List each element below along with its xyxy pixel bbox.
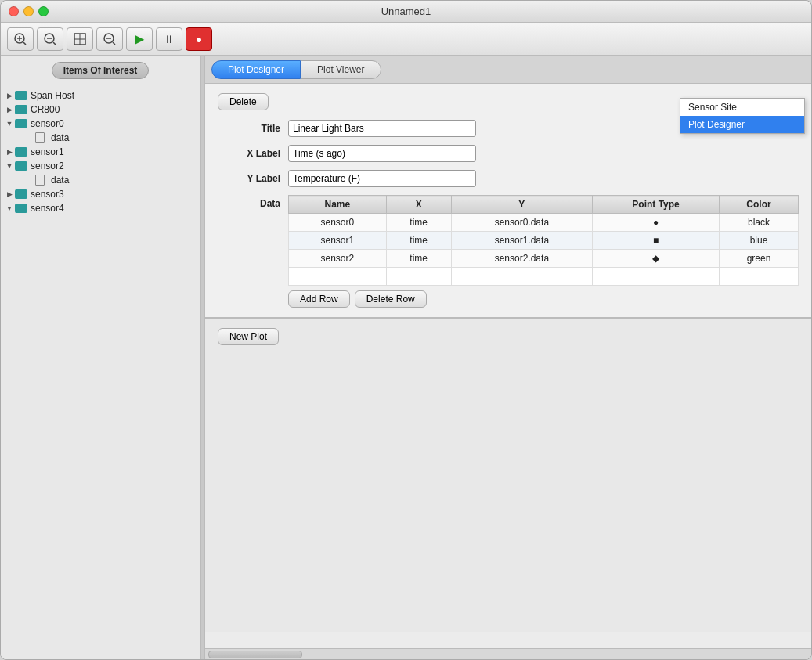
items-of-interest-header: Items Of Interest <box>52 62 150 79</box>
new-plot-button[interactable]: New Plot <box>218 328 279 345</box>
data-table: Name X Y Point Type Color se <box>288 195 799 286</box>
tree-area[interactable]: ▶ Span Host ▶ CR800 ▼ sensor0 <box>1 85 200 659</box>
col-x: X <box>386 196 451 214</box>
window-title: Unnamed1 <box>381 5 431 17</box>
data-section: Data Name X Y Point Type Color <box>218 195 799 308</box>
col-name: Name <box>289 196 387 214</box>
tree-item-sensor2-data[interactable]: data <box>1 173 200 187</box>
cell-color-3 <box>719 268 798 286</box>
span-host-icon <box>15 91 27 100</box>
tree-arrow-sensor0-data <box>26 132 34 143</box>
sensor1-label: sensor1 <box>31 146 64 157</box>
zoom-out2-button[interactable] <box>96 27 123 51</box>
dropdown-popup: Sensor Site Plot Designer <box>680 98 805 134</box>
fit-button[interactable] <box>67 27 93 51</box>
maximize-button[interactable] <box>38 6 49 16</box>
span-host-label: Span Host <box>31 90 74 101</box>
table-row[interactable]: sensor1 time sensor1.data ■ blue <box>289 232 799 250</box>
tree-item-span-host[interactable]: ▶ Span Host <box>1 88 200 103</box>
minimize-button[interactable] <box>23 6 34 16</box>
new-plot-section: New Plot <box>205 319 811 632</box>
cell-pt-0: ● <box>593 214 720 232</box>
tree-item-sensor0[interactable]: ▼ sensor0 <box>1 117 200 131</box>
tab-plot-viewer[interactable]: Plot Viewer <box>301 60 381 79</box>
tree-item-sensor3[interactable]: ▶ sensor3 <box>1 187 200 201</box>
table-row[interactable]: sensor0 time sensor0.data ● black <box>289 214 799 232</box>
svg-line-3 <box>23 42 26 45</box>
delete-row-button[interactable]: Delete Row <box>355 290 427 308</box>
tab-plot-designer[interactable]: Plot Designer <box>211 60 301 79</box>
tree-arrow-span-host: ▶ <box>4 90 15 101</box>
pause-button[interactable]: ⏸ <box>156 27 182 51</box>
data-table-wrapper: Name X Y Point Type Color se <box>288 195 799 308</box>
sensor3-icon <box>15 189 27 199</box>
cell-x-3 <box>386 268 451 286</box>
sensor0-label: sensor0 <box>31 118 64 129</box>
sensor4-label: sensor4 <box>31 203 64 214</box>
tree-arrow-sensor3: ▶ <box>4 189 15 200</box>
tree-item-sensor4[interactable]: ▼ sensor4 <box>1 201 200 215</box>
right-panel: Plot Designer Plot Viewer Sensor Site Pl… <box>205 56 811 659</box>
col-color: Color <box>719 196 798 214</box>
close-button[interactable] <box>9 6 19 16</box>
toolbar: ▶ ⏸ ● <box>1 23 811 56</box>
svg-line-6 <box>53 42 56 45</box>
cell-y-2: sensor2.data <box>451 250 593 268</box>
tree-arrow-sensor2-data <box>26 175 34 186</box>
tree-item-sensor1[interactable]: ▶ sensor1 <box>1 145 200 159</box>
tree-item-sensor2[interactable]: ▼ sensor2 <box>1 159 200 173</box>
cell-name-2: sensor2 <box>289 250 387 268</box>
sensor4-icon <box>15 204 27 213</box>
table-row-empty[interactable] <box>289 268 799 286</box>
data-label: Data <box>218 195 280 308</box>
delete-button[interactable]: Delete <box>218 93 269 110</box>
tree-arrow-sensor2: ▼ <box>4 160 15 171</box>
tree-item-cr800[interactable]: ▶ CR800 <box>1 103 200 117</box>
tab-group: Plot Designer Plot Viewer <box>211 60 381 79</box>
plot-designer-area[interactable]: Delete Title X Label Y Label <box>205 84 811 648</box>
sensor2-label: sensor2 <box>31 160 64 171</box>
tree-item-sensor0-data[interactable]: data <box>1 131 200 145</box>
cell-pt-3 <box>593 268 720 286</box>
table-header-row: Name X Y Point Type Color <box>289 196 799 214</box>
cell-x-0: time <box>386 214 451 232</box>
cell-x-2: time <box>386 250 451 268</box>
tree-arrow-sensor0: ▼ <box>4 118 15 129</box>
zoom-in-button[interactable] <box>7 27 34 51</box>
left-panel: Items Of Interest ▶ Span Host ▶ CR800 ▼ <box>1 56 200 659</box>
dropdown-option-plot-designer[interactable]: Plot Designer <box>680 116 804 133</box>
xlabel-row: X Label <box>218 145 799 162</box>
cr800-label: CR800 <box>31 104 60 115</box>
title-input[interactable] <box>288 120 476 137</box>
sensor0-data-label: data <box>51 132 69 143</box>
cell-pt-2: ◆ <box>593 250 720 268</box>
xlabel-input[interactable] <box>288 145 476 162</box>
cell-name-1: sensor1 <box>289 232 387 250</box>
horizontal-scrollbar-thumb[interactable] <box>208 651 302 658</box>
cell-color-0: black <box>719 214 798 232</box>
cell-color-1: blue <box>719 232 798 250</box>
dropdown-option-sensor-site[interactable]: Sensor Site <box>680 99 804 116</box>
cell-x-1: time <box>386 232 451 250</box>
add-row-button[interactable]: Add Row <box>288 290 350 308</box>
title-bar: Unnamed1 <box>1 1 811 23</box>
title-label: Title <box>218 123 280 134</box>
col-y: Y <box>451 196 593 214</box>
table-row[interactable]: sensor2 time sensor2.data ◆ green <box>289 250 799 268</box>
cell-y-1: sensor1.data <box>451 232 593 250</box>
tree-arrow-cr800: ▶ <box>4 104 15 115</box>
sensor1-icon <box>15 147 27 157</box>
play-button[interactable]: ▶ <box>126 27 153 51</box>
ylabel-row: Y Label <box>218 170 799 187</box>
zoom-out-button[interactable] <box>37 27 63 51</box>
stop-button[interactable]: ● <box>186 27 212 51</box>
tree-arrow-sensor4: ▼ <box>4 203 15 214</box>
bottom-scrollbar[interactable] <box>205 648 811 659</box>
svg-line-12 <box>113 42 115 45</box>
cr800-icon <box>15 105 27 114</box>
sensor0-data-icon <box>35 132 45 143</box>
ylabel-input[interactable] <box>288 170 476 187</box>
cell-y-3 <box>451 268 593 286</box>
col-point-type: Point Type <box>593 196 720 214</box>
main-content: Items Of Interest ▶ Span Host ▶ CR800 ▼ <box>1 56 811 659</box>
